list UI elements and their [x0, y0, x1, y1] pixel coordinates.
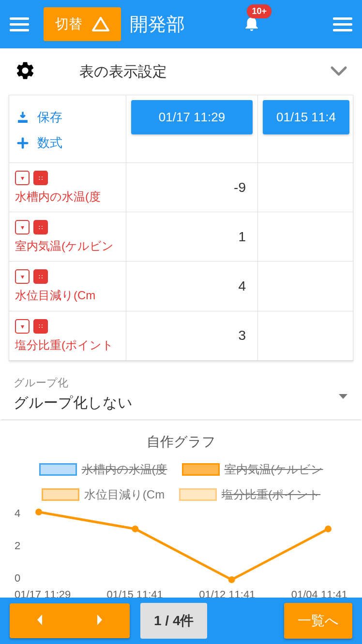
page-title: 開発部: [130, 12, 185, 37]
row-label: 塩分比重(ポイント: [15, 337, 114, 352]
time-button-2[interactable]: 01/15 11:4: [263, 100, 349, 134]
group-label: グループ化: [14, 376, 348, 390]
save-label: 保存: [37, 109, 62, 126]
plus-icon: [16, 136, 30, 150]
chart-y-ticks: 4 2 0: [15, 507, 34, 585]
chart-plot-area: 4 2 0: [15, 507, 347, 585]
notifications-button[interactable]: 10+: [242, 14, 261, 34]
legend-label: 塩分比重(ポイント: [222, 487, 320, 502]
settings-title: 表の表示設定: [79, 62, 330, 82]
calc-icon[interactable]: ∷: [33, 171, 48, 185]
table-cell[interactable]: [258, 163, 353, 212]
footer-bar: 1 / 4件 一覧へ: [0, 598, 362, 644]
svg-point-3: [325, 526, 332, 532]
pager-nav-buttons: [10, 603, 130, 638]
calc-icon[interactable]: ∷: [33, 220, 48, 234]
svg-point-0: [35, 509, 42, 515]
settings-bar[interactable]: 表の表示設定: [0, 48, 362, 95]
table-actions-cell: 保存 数式: [9, 95, 126, 163]
chart-svg: [15, 507, 347, 585]
dropdown-icon[interactable]: ▾: [15, 319, 30, 334]
time-column-header: 01/17 11:29: [126, 95, 258, 163]
dropdown-icon[interactable]: ▾: [15, 220, 30, 234]
page-indicator: 1 / 4件: [140, 603, 207, 639]
legend-label: 水位目減り(Cm: [84, 487, 165, 502]
time-button-1[interactable]: 01/17 11:29: [131, 100, 253, 134]
table-cell[interactable]: -9: [126, 163, 258, 212]
table-row-label: ▾ ∷ 塩分比重(ポイント: [9, 311, 126, 361]
time-column-header: 01/15 11:4: [258, 95, 353, 163]
formula-button[interactable]: 数式: [16, 134, 62, 151]
calc-icon[interactable]: ∷: [33, 319, 48, 334]
data-table: 保存 数式 01/17 11:29 01/15 11:4 ▾ ∷ 水槽内の水温(…: [9, 95, 353, 361]
chevron-right-icon: [94, 613, 105, 627]
switch-button[interactable]: 切替: [44, 7, 121, 41]
download-icon: [16, 111, 30, 124]
prev-button[interactable]: [34, 613, 45, 629]
triangle-up-icon: [92, 17, 109, 31]
dropdown-icon[interactable]: ▾: [15, 171, 30, 185]
legend-item[interactable]: 水位目減り(Cm: [42, 487, 165, 502]
row-label: 室内気温(ケルビン: [15, 238, 114, 253]
chart-legend: 水槽内の水温(度 室内気温(ケルビン 水位目減り(Cm 塩分比重(ポイント: [15, 462, 347, 502]
table-row-label: ▾ ∷ 室内気温(ケルビン: [9, 212, 126, 262]
row-label: 水槽内の水温(度: [15, 189, 101, 204]
dropdown-arrow-icon: [338, 393, 348, 402]
table-cell[interactable]: [258, 262, 353, 311]
legend-label: 室内気温(ケルビン: [225, 462, 323, 477]
gear-icon: [15, 60, 36, 83]
menu-right-button[interactable]: [333, 15, 352, 34]
formula-label: 数式: [37, 134, 62, 151]
legend-swatch: [179, 488, 217, 501]
svg-point-1: [132, 526, 138, 532]
legend-swatch: [42, 488, 79, 501]
grouping-dropdown[interactable]: グループ化 グループ化しない: [1, 371, 361, 420]
legend-item[interactable]: 水槽内の水温(度: [39, 462, 167, 477]
table-cell[interactable]: 1: [126, 212, 258, 262]
legend-item[interactable]: 塩分比重(ポイント: [179, 487, 320, 502]
table-cell[interactable]: 3: [126, 311, 258, 361]
group-value: グループ化しない: [14, 393, 348, 413]
switch-label: 切替: [55, 15, 82, 33]
dropdown-icon[interactable]: ▾: [15, 269, 30, 284]
chart-title: 自作グラフ: [0, 433, 362, 451]
legend-label: 水槽内の水温(度: [82, 462, 167, 477]
chevron-down-icon: [330, 65, 347, 78]
svg-point-2: [228, 576, 235, 583]
table-row-label: ▾ ∷ 水位目減り(Cm: [9, 262, 126, 311]
calc-icon[interactable]: ∷: [33, 269, 48, 284]
menu-left-button[interactable]: [10, 15, 29, 34]
legend-item[interactable]: 室内気温(ケルビン: [182, 462, 323, 477]
chevron-left-icon: [34, 613, 45, 627]
notification-badge: 10+: [247, 4, 272, 18]
row-label: 水位目減り(Cm: [15, 288, 95, 303]
table-cell[interactable]: [258, 311, 353, 361]
table-cell[interactable]: 4: [126, 262, 258, 311]
legend-swatch: [39, 463, 77, 476]
next-button[interactable]: [94, 613, 105, 629]
table-row-label: ▾ ∷ 水槽内の水温(度: [9, 163, 126, 212]
table-cell[interactable]: [258, 212, 353, 262]
list-button[interactable]: 一覧へ: [284, 603, 352, 639]
save-button[interactable]: 保存: [16, 109, 62, 126]
legend-swatch: [182, 463, 220, 476]
app-header: 切替 開発部 10+: [0, 0, 362, 48]
